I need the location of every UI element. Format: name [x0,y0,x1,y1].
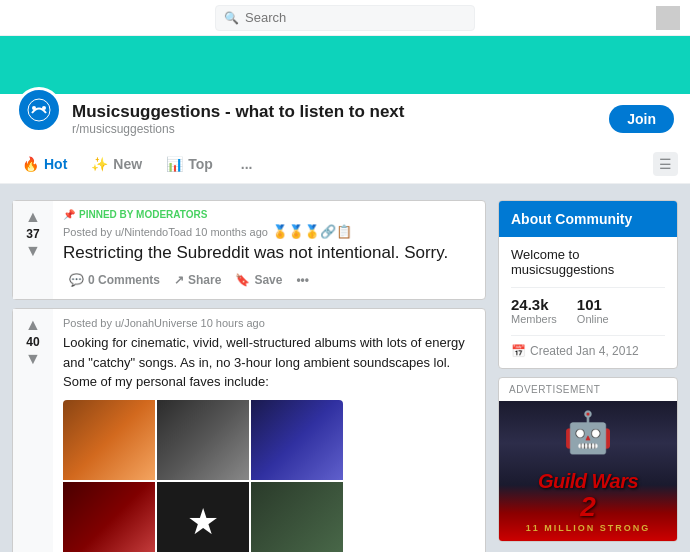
upvote-1[interactable]: ▲ [25,209,41,225]
subreddit-text: Musicsuggestions - what to listen to nex… [72,102,404,136]
members-count: 24.3k [511,296,557,313]
tab-top[interactable]: 📊 Top [156,148,223,180]
ad-label: ADVERTISEMENT [499,378,677,401]
comments-button-1[interactable]: 💬 0 Comments [63,269,166,291]
album-image-5: ★ [157,482,249,553]
about-header: About Community [499,201,677,237]
share-icon: ↗ [174,273,184,287]
join-button[interactable]: Join [609,105,674,133]
star-icon: ★ [187,501,219,543]
svg-point-1 [32,106,36,110]
pinned-icon: 📌 [63,209,75,220]
about-community-card: About Community Welcome to musicsuggesti… [498,200,678,369]
new-icon: ✨ [91,156,108,172]
post-actions-1: 💬 0 Comments ↗ Share 🔖 Save ••• [63,269,475,291]
about-divider-2 [511,335,665,336]
created-date: 📅 Created Jan 4, 2012 [511,344,665,358]
post-title-1[interactable]: Restricting the Subreddit was not intent… [63,243,475,263]
nav-tabs: 🔥 Hot ✨ New 📊 Top ... ☰ [0,144,690,184]
tab-new[interactable]: ✨ New [81,148,152,180]
share-button-1[interactable]: ↗ Share [168,269,227,291]
tab-more[interactable]: ... [231,148,263,180]
ad-tagline: 11 MILLION STRONG [526,523,651,533]
downvote-1[interactable]: ▼ [25,243,41,259]
album-image-1 [63,400,155,480]
post-author-2: Posted by u/JonahUniverse 10 hours ago [63,317,475,329]
logo-icon [25,96,53,124]
post-body-2: Looking for cinematic, vivid, well-struc… [63,333,475,392]
ad-number: 2 [580,491,596,523]
more-button-1[interactable]: ••• [290,269,315,291]
top-bar: 🔍 [0,0,690,36]
top-icon: 📊 [166,156,183,172]
subreddit-name: r/musicsuggestions [72,122,404,136]
about-stats: 24.3k Members 101 Online [511,296,665,325]
svg-point-2 [42,106,46,110]
album-image-grid: ★ [63,400,343,553]
main-content: ▲ 37 ▼ 📌 PINNED BY MODERATORS Posted by … [0,184,690,552]
svg-point-0 [28,99,50,121]
save-button-1[interactable]: 🔖 Save [229,269,288,291]
ad-title: Guild Wars [538,471,638,491]
post-card-1: ▲ 37 ▼ 📌 PINNED BY MODERATORS Posted by … [12,200,486,300]
subreddit-logo [16,87,62,133]
search-box[interactable]: 🔍 [215,5,475,31]
advertisement-card: ADVERTISEMENT 🤖 Guild Wars 2 11 MILLION … [498,377,678,542]
subreddit-banner [0,36,690,94]
view-toggle-button[interactable]: ☰ [653,152,678,176]
subreddit-header: Musicsuggestions - what to listen to nex… [0,94,690,144]
online-count: 101 [577,296,609,313]
album-image-6 [251,482,343,553]
downvote-2[interactable]: ▼ [25,351,41,367]
subreddit-title: Musicsuggestions - what to listen to nex… [72,102,404,122]
ad-image[interactable]: 🤖 Guild Wars 2 11 MILLION STRONG [499,401,677,541]
post-emojis: 🏅🏅🥇🔗📋 [272,224,352,239]
search-icon: 🔍 [224,11,239,25]
vote-count-1: 37 [26,227,39,241]
about-welcome-text: Welcome to musicsuggestions [511,247,665,277]
post-content-1: 📌 PINNED BY MODERATORS Posted by u/Ninte… [53,201,485,299]
avatar [656,6,680,30]
upvote-2[interactable]: ▲ [25,317,41,333]
save-icon: 🔖 [235,273,250,287]
moderator-tag: PINNED BY MODERATORS [79,209,207,220]
online-stat: 101 Online [577,296,609,325]
comment-icon: 💬 [69,273,84,287]
members-stat: 24.3k Members [511,296,557,325]
view-options: ☰ [653,152,678,176]
album-image-2 [157,400,249,480]
calendar-icon: 📅 [511,344,526,358]
ad-robot-icon: 🤖 [563,409,613,456]
subreddit-info: Musicsuggestions - what to listen to nex… [16,102,404,136]
hot-icon: 🔥 [22,156,39,172]
vote-col-2: ▲ 40 ▼ [13,309,53,552]
search-input[interactable] [245,10,466,25]
post-author-1: Posted by u/NintendoToad 10 months ago 🏅… [63,224,475,239]
vote-col-1: ▲ 37 ▼ [13,201,53,299]
online-label: Online [577,313,609,325]
vote-count-2: 40 [26,335,39,349]
album-image-3 [251,400,343,480]
about-body: Welcome to musicsuggestions 24.3k Member… [499,237,677,368]
posts-feed: ▲ 37 ▼ 📌 PINNED BY MODERATORS Posted by … [12,200,486,552]
about-divider [511,287,665,288]
members-label: Members [511,313,557,325]
tab-hot[interactable]: 🔥 Hot [12,148,77,180]
album-image-4 [63,482,155,553]
post-card-2: ▲ 40 ▼ Posted by u/JonahUniverse 10 hour… [12,308,486,552]
post-meta-1: 📌 PINNED BY MODERATORS [63,209,475,220]
sidebar: About Community Welcome to musicsuggesti… [498,200,678,552]
post-content-2: Posted by u/JonahUniverse 10 hours ago L… [53,309,485,552]
